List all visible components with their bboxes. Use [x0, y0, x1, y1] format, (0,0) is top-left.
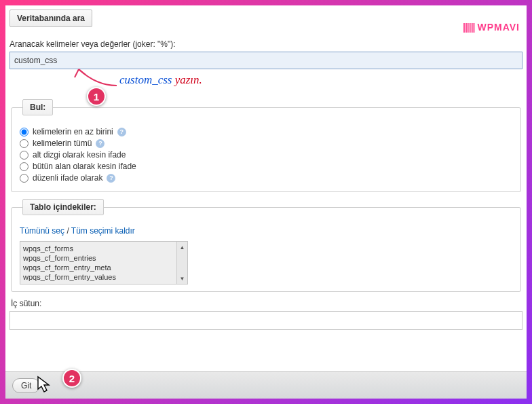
- find-radio-0[interactable]: [20, 128, 28, 136]
- find-option-0[interactable]: kelimelerin en az birini?: [20, 127, 512, 136]
- annotation: custom_css yazın.: [10, 69, 522, 94]
- find-option-4[interactable]: düzenli ifade olarak?: [20, 173, 512, 183]
- find-radio-4[interactable]: [20, 174, 28, 183]
- barcode-icon: ||||||: [463, 22, 475, 33]
- select-all-link[interactable]: Tümünü seç: [20, 226, 64, 236]
- tables-multiselect[interactable]: wpqs_cf_formswpqs_cf_form_entrieswpqs_cf…: [20, 241, 188, 284]
- search-label: Aranacak kelimeler veya değerler (joker:…: [10, 39, 522, 49]
- tables-fieldset: Tablo içindekiler: Tümünü seç / Tüm seçi…: [11, 199, 521, 292]
- find-option-label: kelimelerin tümü: [33, 139, 92, 148]
- find-radio-3[interactable]: [20, 162, 28, 171]
- scroll-down-icon[interactable]: ▼: [177, 273, 187, 284]
- find-option-2[interactable]: alt dizgi olarak kesin ifade: [20, 150, 512, 160]
- watermark: ||||||WPMAVI: [463, 22, 520, 33]
- scrollbar[interactable]: ▲ ▼: [176, 242, 187, 284]
- tab-search-db[interactable]: Veritabanında ara: [10, 10, 92, 27]
- table-option[interactable]: wpqs_cf_forms: [23, 244, 185, 253]
- help-icon[interactable]: ?: [107, 174, 115, 183]
- table-option[interactable]: wpqs_cf_form_entries: [23, 253, 185, 263]
- content-area: Aranacak kelimeler veya değerler (joker:…: [10, 37, 522, 365]
- find-legend: Bul:: [22, 99, 53, 115]
- step-badge-1: 1: [87, 87, 106, 106]
- scroll-track[interactable]: [177, 253, 187, 273]
- find-option-3[interactable]: bütün alan olarak kesin ifade: [20, 162, 512, 171]
- table-option[interactable]: wpqs_cf_form_entry_meta: [23, 263, 185, 272]
- help-icon[interactable]: ?: [96, 139, 104, 148]
- inside-column-input[interactable]: [10, 311, 522, 330]
- find-option-label: kelimelerin en az birini: [33, 127, 113, 136]
- table-option[interactable]: wpqs_cf_form_entry_values: [23, 272, 185, 282]
- app-frame: Veritabanında ara ||||||WPMAVI Aranacak …: [5, 5, 527, 399]
- find-option-label: bütün alan olarak kesin ifade: [33, 162, 136, 171]
- go-button[interactable]: Git: [12, 378, 40, 393]
- find-radio-2[interactable]: [20, 151, 28, 160]
- find-option-1[interactable]: kelimelerin tümü?: [20, 139, 512, 148]
- help-icon[interactable]: ?: [117, 128, 126, 136]
- step-badge-2: 2: [62, 369, 81, 388]
- tables-legend: Tablo içindekiler:: [22, 199, 104, 215]
- annotation-text: custom_css yazın.: [119, 73, 202, 87]
- scroll-up-icon[interactable]: ▲: [177, 242, 187, 253]
- footer-bar: Git: [5, 371, 527, 399]
- find-option-label: düzenli ifade olarak: [33, 173, 102, 183]
- inside-column-label: İç sütun:: [11, 299, 521, 308]
- find-fieldset: Bul: kelimelerin en az birini?kelimeleri…: [11, 99, 521, 192]
- find-option-label: alt dizgi olarak kesin ifade: [33, 150, 126, 160]
- find-radio-1[interactable]: [20, 139, 28, 148]
- unselect-all-link[interactable]: Tüm seçimi kaldır: [71, 226, 135, 236]
